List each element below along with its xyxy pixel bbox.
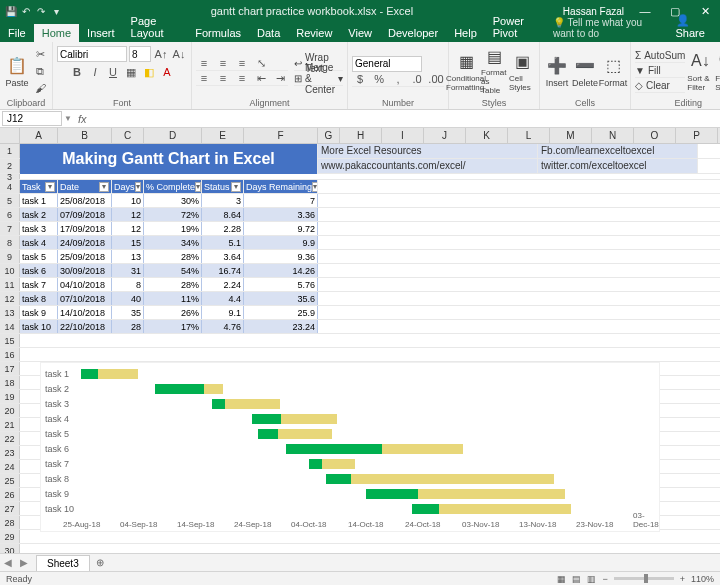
cell[interactable]: 24/09/2018 [58,236,112,249]
resource-link[interactable]: www.pakaccountants.com/excel/ [318,159,538,173]
cut-icon[interactable]: ✂ [32,46,48,62]
share-button[interactable]: 👤 Share [668,11,721,42]
zoom-in-icon[interactable]: + [680,574,685,584]
clear-button[interactable]: ◇ Clear [635,79,685,93]
indent-dec-icon[interactable]: ⇤ [253,70,269,86]
formula-input[interactable] [92,111,720,126]
col-head[interactable]: C [112,128,144,143]
row-head[interactable]: 1 [0,144,20,158]
cell[interactable]: task 7 [20,278,58,291]
row-head[interactable]: 24 [0,460,20,473]
insert-cells-button[interactable]: ➕Insert [544,47,570,95]
col-head[interactable]: P [676,128,718,143]
view-page-layout-icon[interactable]: ▤ [572,574,581,584]
row-head[interactable]: 15 [0,334,20,347]
col-head[interactable]: A [20,128,58,143]
cell[interactable]: 14/10/2018 [58,306,112,319]
table-header[interactable]: % Complete▾ [144,180,202,193]
col-head[interactable]: J [424,128,466,143]
cell[interactable]: 9.1 [202,306,244,319]
cell[interactable]: 25/09/2018 [58,250,112,263]
cell[interactable]: 12 [112,208,144,221]
col-head[interactable]: D [144,128,202,143]
name-box[interactable] [2,111,62,126]
view-page-break-icon[interactable]: ▥ [587,574,596,584]
inc-decimal-icon[interactable]: .0 [409,71,425,87]
row-head[interactable]: 28 [0,516,20,529]
row-head[interactable]: 13 [0,306,20,319]
cell[interactable]: 07/09/2018 [58,208,112,221]
filter-dropdown-icon[interactable]: ▾ [99,182,109,192]
zoom-slider[interactable] [614,577,674,580]
select-all-corner[interactable] [0,128,20,143]
cell[interactable]: 23.24 [244,320,318,333]
cell[interactable]: task 10 [20,320,58,333]
row-head[interactable]: 18 [0,376,20,389]
col-head[interactable]: O [634,128,676,143]
autosum-button[interactable]: Σ AutoSum [635,49,685,63]
paste-button[interactable]: 📋Paste [4,47,30,95]
conditional-formatting-button[interactable]: ▦Conditional Formatting [453,47,479,95]
font-size-input[interactable] [129,46,151,62]
cell[interactable]: 26% [144,306,202,319]
align-center-icon[interactable]: ≡ [215,70,231,86]
cell[interactable]: 9.72 [244,222,318,235]
zoom-out-icon[interactable]: − [602,574,607,584]
cell[interactable]: 4.76 [202,320,244,333]
undo-icon[interactable]: ↶ [19,4,33,18]
orientation-icon[interactable]: ⤡ [253,55,269,71]
fill-button[interactable]: ▼ Fill [635,64,685,78]
row-head[interactable]: 10 [0,264,20,277]
format-cells-button[interactable]: ⬚Format [600,47,626,95]
cell[interactable]: 3.36 [244,208,318,221]
worksheet-grid[interactable]: ABCDEFGHIJKLMNOP 1Making Gantt Chart in … [0,128,720,558]
cell[interactable]: 40 [112,292,144,305]
indent-inc-icon[interactable]: ⇥ [272,70,288,86]
col-head[interactable]: H [340,128,382,143]
cell[interactable]: 30/09/2018 [58,264,112,277]
row-head[interactable]: 26 [0,488,20,501]
tab-file[interactable]: File [0,24,34,42]
cell[interactable]: task 5 [20,250,58,263]
row-head[interactable]: 22 [0,432,20,445]
currency-icon[interactable]: $ [352,71,368,87]
align-top-icon[interactable]: ≡ [196,55,212,71]
cell[interactable]: 15 [112,236,144,249]
row-head[interactable]: 9 [0,250,20,263]
table-header[interactable]: Days Remaining▾ [244,180,318,193]
row-head[interactable]: 4 [0,180,20,193]
cell[interactable]: 13 [112,250,144,263]
cell[interactable]: 07/10/2018 [58,292,112,305]
row-head[interactable]: 2 [0,159,20,173]
row-head[interactable]: 17 [0,362,20,375]
dec-decimal-icon[interactable]: .00 [428,71,444,87]
cell-styles-button[interactable]: ▣Cell Styles [509,47,535,95]
row-head[interactable]: 19 [0,390,20,403]
add-sheet-icon[interactable]: ⊕ [90,557,110,568]
cell[interactable]: 35.6 [244,292,318,305]
cell[interactable]: task 2 [20,208,58,221]
align-left-icon[interactable]: ≡ [196,70,212,86]
cell[interactable]: 17% [144,320,202,333]
align-right-icon[interactable]: ≡ [234,70,250,86]
tab-developer[interactable]: Developer [380,24,446,42]
sort-filter-button[interactable]: A↓Sort & Filter [687,47,713,95]
cell[interactable]: 14.26 [244,264,318,277]
bold-icon[interactable]: B [69,64,85,80]
row-head[interactable]: 6 [0,208,20,221]
tell-me[interactable]: 💡 Tell me what you want to do [547,14,668,42]
cell[interactable]: 2.28 [202,222,244,235]
cell[interactable]: task 8 [20,292,58,305]
font-color-icon[interactable]: A [159,64,175,80]
merge-center-button[interactable]: ⊞ Merge & Center ▾ [294,72,343,86]
tab-help[interactable]: Help [446,24,485,42]
filter-dropdown-icon[interactable]: ▾ [312,182,318,192]
filter-dropdown-icon[interactable]: ▾ [45,182,55,192]
col-head[interactable]: I [382,128,424,143]
row-head[interactable]: 21 [0,418,20,431]
cell[interactable]: 31 [112,264,144,277]
cell[interactable]: 9.9 [244,236,318,249]
format-as-table-button[interactable]: ▤Format as Table [481,47,507,95]
grow-font-icon[interactable]: A↑ [153,46,169,62]
cell[interactable]: 22/10/2018 [58,320,112,333]
